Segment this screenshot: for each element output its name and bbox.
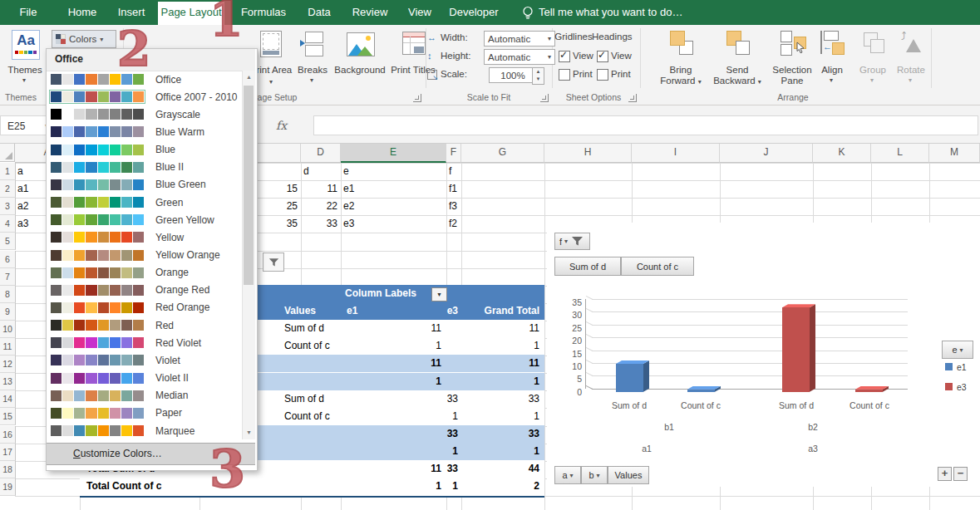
cell-D3[interactable]: 22 (303, 200, 337, 212)
align-button[interactable]: ← Align ▾ (811, 28, 853, 90)
scale-spinner[interactable]: ▲▼ (532, 67, 544, 85)
pivot-value-e3[interactable]: 1 (416, 480, 458, 492)
row-header-4[interactable]: 4 (0, 215, 16, 233)
theme-item-grayscale[interactable]: Grayscale (47, 105, 244, 123)
column-header-E[interactable]: E (341, 143, 446, 163)
theme-item-blue-ii[interactable]: Blue II (47, 159, 244, 176)
menu-scrollbar[interactable]: ▲ ▼ (242, 71, 255, 439)
column-header-F[interactable]: F (446, 143, 461, 163)
theme-item-office-2007-2010[interactable]: Office 2007 - 2010 (47, 88, 244, 105)
chart-bar-front[interactable] (687, 390, 715, 392)
pivot-values-label[interactable]: Sum of d (284, 393, 324, 405)
cell-F1[interactable]: f (449, 165, 458, 177)
cell-E3[interactable]: e2 (343, 200, 443, 212)
pivot-chart[interactable]: f ▾ Sum of d Count of c 35302520151050Su… (547, 223, 980, 487)
pivot-value-grand-total[interactable]: 33 (473, 428, 539, 439)
tab-formulas[interactable]: Formulas (238, 0, 289, 25)
select-all-corner[interactable] (0, 143, 15, 162)
pivot-value-e1[interactable]: 1 (400, 340, 441, 351)
pivot-value-e1[interactable]: 11 (400, 322, 441, 334)
chart-expand-button[interactable]: + (938, 467, 952, 481)
headings-print-checkbox[interactable] (597, 69, 608, 81)
pivot-value-e3[interactable]: 33 (416, 428, 458, 439)
name-box[interactable]: E25 ▾ (0, 115, 52, 135)
pivot-value-grand-total[interactable]: 44 (473, 463, 539, 474)
pivot-value-grand-total[interactable]: 33 (473, 393, 539, 405)
tab-view[interactable]: View (404, 0, 436, 25)
theme-item-median[interactable]: Median (47, 387, 244, 405)
theme-item-blue-warm[interactable]: Blue Warm (47, 123, 244, 140)
colors-button[interactable]: Colors ▾ (52, 30, 116, 48)
chart-axis-field-button-b[interactable]: b ▾ (581, 466, 608, 484)
cell-E1[interactable]: e (343, 165, 443, 177)
bring-forward-button[interactable]: Bring Forward ▾ (655, 28, 707, 90)
pivot-value-grand-total[interactable]: 2 (473, 480, 539, 492)
scale-to-fit-dialog-launcher[interactable] (540, 94, 549, 102)
theme-item-orange-red[interactable]: Orange Red (47, 282, 244, 299)
pivot-value-e3[interactable]: 33 (416, 393, 458, 405)
tab-file[interactable]: File (7, 0, 50, 25)
row-header-3[interactable]: 3 (0, 198, 16, 215)
pivot-value-e3[interactable]: 33 (416, 463, 458, 474)
formula-input[interactable] (313, 115, 978, 135)
chart-collapse-button[interactable]: − (953, 467, 968, 481)
row-header-6[interactable]: 6 (0, 251, 16, 268)
column-header-K[interactable]: K (813, 143, 871, 163)
themes-button[interactable]: Aa Themes ▾ (3, 28, 47, 90)
row-header-16[interactable]: 16 (0, 426, 16, 444)
legend-entry-e1[interactable]: e1 (945, 362, 978, 372)
row-header-5[interactable]: 5 (0, 233, 16, 250)
sheet-options-dialog-launcher[interactable] (628, 94, 637, 102)
row-header-17[interactable]: 17 (0, 444, 16, 461)
chart-bar-front[interactable] (616, 364, 643, 392)
pivot-value-e1[interactable]: 1 (400, 375, 441, 387)
height-select[interactable]: Automatic▾ (484, 49, 555, 65)
theme-item-violet-ii[interactable]: Violet II (47, 370, 244, 387)
row-header-10[interactable]: 10 (0, 321, 16, 338)
row-header-13[interactable]: 13 (0, 373, 16, 390)
cell-D1[interactable]: d (303, 165, 337, 177)
insert-function-button[interactable]: fx (276, 119, 287, 132)
chart-bar-front[interactable] (855, 390, 883, 392)
row-header-11[interactable]: 11 (0, 338, 16, 356)
selection-pane-button[interactable]: Selection Pane (766, 28, 818, 90)
headings-view-checkbox[interactable] (597, 51, 608, 62)
row-header-18[interactable]: 18 (0, 461, 16, 478)
chart-axis-field-button-values[interactable]: Values (608, 466, 649, 484)
gridlines-print-checkbox[interactable] (559, 69, 570, 81)
pivot-values-label[interactable]: Count of c (284, 410, 330, 422)
theme-item-marquee[interactable]: Marquee (47, 422, 244, 439)
row-header-2[interactable]: 2 (0, 180, 16, 198)
column-header-H[interactable]: H (544, 143, 632, 163)
cell-D2[interactable]: 11 (303, 183, 337, 194)
pivot-value-grand-total[interactable]: 1 (473, 445, 539, 457)
row-header-12[interactable]: 12 (0, 356, 16, 373)
tab-data[interactable]: Data (303, 0, 336, 25)
breaks-button[interactable]: Breaks ▾ (294, 28, 331, 90)
pivot-value-e3[interactable]: 1 (416, 410, 458, 422)
gridlines-view-checkbox[interactable] (559, 51, 570, 62)
pivot-filter-button[interactable] (263, 253, 284, 272)
cell-F4[interactable]: f2 (449, 218, 458, 229)
row-header-15[interactable]: 15 (0, 408, 16, 425)
legend-entry-e3[interactable]: e3 (945, 382, 978, 392)
cell-D4[interactable]: 33 (303, 218, 337, 229)
chart-axis-field-button-a[interactable]: a ▾ (554, 466, 581, 484)
cell-E2[interactable]: e1 (343, 183, 443, 194)
theme-item-orange[interactable]: Orange (47, 264, 244, 282)
pivot-value-grand-total[interactable]: 11 (473, 357, 539, 369)
row-header-14[interactable]: 14 (0, 390, 16, 408)
chart-field-button-count-of-c[interactable]: Count of c (621, 257, 694, 276)
theme-item-violet[interactable]: Violet (47, 351, 244, 369)
pivot-values-label[interactable]: Count of c (284, 340, 330, 351)
row-header-9[interactable]: 9 (0, 303, 16, 321)
column-header-D[interactable]: D (301, 143, 341, 163)
theme-item-paper[interactable]: Paper (47, 405, 244, 422)
width-select[interactable]: Automatic▾ (484, 31, 555, 47)
scroll-down-icon[interactable]: ▼ (243, 426, 255, 439)
pivot-value-e3[interactable]: 1 (416, 445, 458, 457)
column-header-M[interactable]: M (929, 143, 980, 163)
theme-item-red-violet[interactable]: Red Violet (47, 334, 244, 351)
row-header-1[interactable]: 1 (0, 163, 16, 180)
theme-item-red[interactable]: Red (47, 316, 244, 334)
